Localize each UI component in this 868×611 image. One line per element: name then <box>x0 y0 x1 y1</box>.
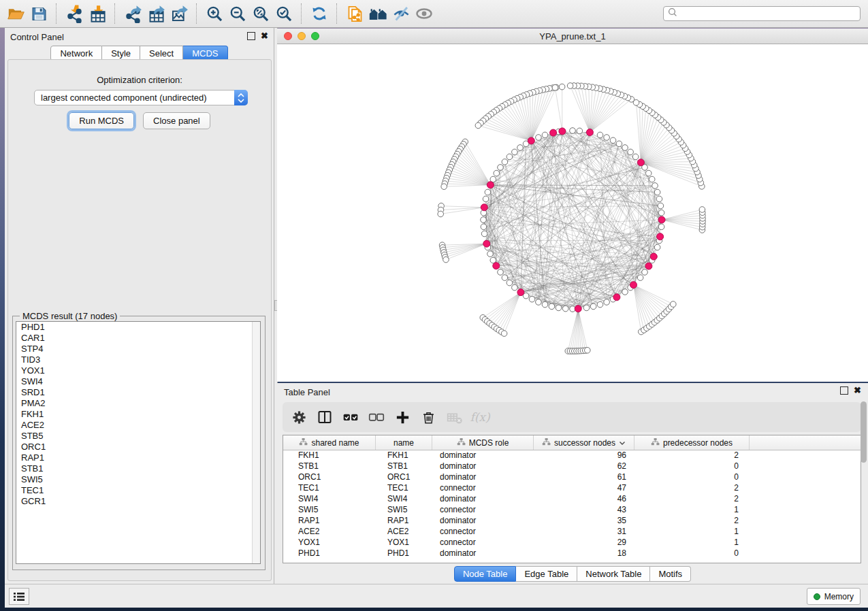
network-node[interactable] <box>481 224 487 230</box>
mcds-result-item[interactable]: RAP1 <box>16 452 260 463</box>
mcds-dominator-node[interactable] <box>630 282 637 288</box>
mcds-dominator-node[interactable] <box>645 263 652 269</box>
hide-selected-button[interactable] <box>389 2 413 25</box>
mcds-result-item[interactable]: PMA2 <box>16 398 260 409</box>
network-node[interactable] <box>658 203 664 209</box>
network-node[interactable] <box>443 257 449 263</box>
network-node[interactable] <box>481 231 487 237</box>
network-node[interactable] <box>645 170 652 176</box>
import-table-button[interactable] <box>86 2 109 25</box>
tab-node-table[interactable]: Node Table <box>454 566 517 582</box>
network-node[interactable] <box>583 305 590 311</box>
mcds-result-item[interactable]: SWI4 <box>16 376 260 387</box>
first-neighbors-button[interactable] <box>366 2 389 25</box>
network-node[interactable] <box>585 348 591 354</box>
table-scrollbar[interactable] <box>861 400 867 509</box>
save-session-button[interactable] <box>27 2 50 25</box>
hide-columns-button[interactable] <box>366 406 387 428</box>
create-column-button[interactable] <box>391 406 413 428</box>
mcds-dominator-node[interactable] <box>559 128 566 135</box>
network-node[interactable] <box>441 184 447 190</box>
network-node[interactable] <box>597 301 603 308</box>
mcds-list-scrollbar[interactable] <box>252 322 260 563</box>
network-node[interactable] <box>502 159 508 165</box>
network-node[interactable] <box>517 145 524 151</box>
network-node[interactable] <box>512 284 518 291</box>
network-node[interactable] <box>552 84 558 90</box>
mcds-result-item[interactable]: STP4 <box>16 344 260 354</box>
network-node[interactable] <box>502 275 508 281</box>
mcds-dominator-node[interactable] <box>637 159 644 166</box>
network-node[interactable] <box>485 189 491 195</box>
table-row[interactable]: ORC1ORC1dominator610 <box>283 472 861 483</box>
network-graph[interactable] <box>277 44 868 382</box>
mcds-result-list[interactable]: PHD1CAR1STP4TID3YOX1SWI4SRD1PMA2FKH1ACE2… <box>16 321 261 564</box>
table-row[interactable]: YOX1YOX1connector291 <box>283 538 861 548</box>
column-header-successor-nodes[interactable]: successor nodes <box>534 435 634 450</box>
show-all-button[interactable] <box>413 2 436 25</box>
search-input[interactable] <box>678 8 860 19</box>
mcds-result-item[interactable]: SRD1 <box>16 387 260 398</box>
network-node[interactable] <box>597 132 603 138</box>
refresh-layout-button[interactable] <box>308 2 331 25</box>
task-history-button[interactable] <box>9 588 29 605</box>
table-row[interactable]: PHD1PHD1dominator180 <box>283 548 861 559</box>
network-node[interactable] <box>658 224 664 230</box>
mcds-result-item[interactable]: TID3 <box>16 354 260 365</box>
table-row[interactable]: TEC1TEC1connector472 <box>283 483 861 494</box>
mcds-dominator-node[interactable] <box>481 204 487 211</box>
open-session-button[interactable] <box>4 2 27 25</box>
memory-button[interactable]: Memory <box>807 588 861 605</box>
network-node[interactable] <box>610 137 616 144</box>
network-node[interactable] <box>536 135 542 141</box>
table-row[interactable]: STB1STB1dominator620 <box>283 461 861 472</box>
network-node[interactable] <box>438 211 444 217</box>
mcds-result-item[interactable]: ACE2 <box>16 420 260 431</box>
network-node[interactable] <box>498 269 504 276</box>
network-node[interactable] <box>529 296 535 302</box>
zoom-fit-button[interactable] <box>249 2 272 25</box>
tab-motifs[interactable]: Motifs <box>650 566 691 582</box>
mcds-result-item[interactable]: TEC1 <box>16 485 260 496</box>
network-node[interactable] <box>507 280 513 286</box>
network-node[interactable] <box>671 301 677 308</box>
network-node[interactable] <box>487 251 494 257</box>
network-node[interactable] <box>559 84 565 90</box>
import-network-button[interactable] <box>63 2 86 25</box>
network-node[interactable] <box>654 189 660 195</box>
network-node[interactable] <box>658 210 664 216</box>
network-node[interactable] <box>616 141 622 147</box>
network-node[interactable] <box>481 217 487 223</box>
run-mcds-button[interactable]: Run MCDS <box>69 112 134 129</box>
mcds-dominator-node[interactable] <box>613 294 620 301</box>
mcds-result-item[interactable]: STB1 <box>16 463 260 474</box>
node-table[interactable]: shared namenameMCDS rolesuccessor nodesp… <box>283 435 861 563</box>
network-node[interactable] <box>699 207 705 213</box>
network-node[interactable] <box>556 305 562 311</box>
column-header-shared-name[interactable]: shared name <box>283 435 376 450</box>
export-table-button[interactable] <box>144 2 167 25</box>
network-node[interactable] <box>642 269 648 276</box>
mcds-result-item[interactable]: SWI5 <box>16 474 260 485</box>
network-node[interactable] <box>637 275 643 281</box>
network-node[interactable] <box>577 128 583 134</box>
float-panel-icon[interactable] <box>247 32 255 40</box>
tab-edge-table[interactable]: Edge Table <box>516 566 577 582</box>
close-panel-icon[interactable]: ✖ <box>261 33 268 39</box>
column-header-predecessor-nodes[interactable]: predecessor nodes <box>634 435 750 450</box>
mcds-dominator-node[interactable] <box>575 306 581 312</box>
network-node[interactable] <box>542 132 548 138</box>
close-window-icon[interactable] <box>284 32 292 40</box>
network-node[interactable] <box>549 303 555 310</box>
column-header-MCDS-role[interactable]: MCDS role <box>432 435 534 450</box>
network-node[interactable] <box>622 289 628 295</box>
mcds-result-item[interactable]: CAR1 <box>16 333 260 344</box>
network-node[interactable] <box>501 331 507 337</box>
table-row[interactable]: RAP1RAP1dominator352 <box>283 516 861 527</box>
mcds-dominator-node[interactable] <box>658 216 665 223</box>
mcds-result-item[interactable]: YOX1 <box>16 365 260 376</box>
mcds-dominator-node[interactable] <box>487 182 494 188</box>
float-table-panel-icon[interactable] <box>840 386 848 395</box>
export-network-button[interactable] <box>121 2 144 25</box>
network-node[interactable] <box>633 100 639 106</box>
